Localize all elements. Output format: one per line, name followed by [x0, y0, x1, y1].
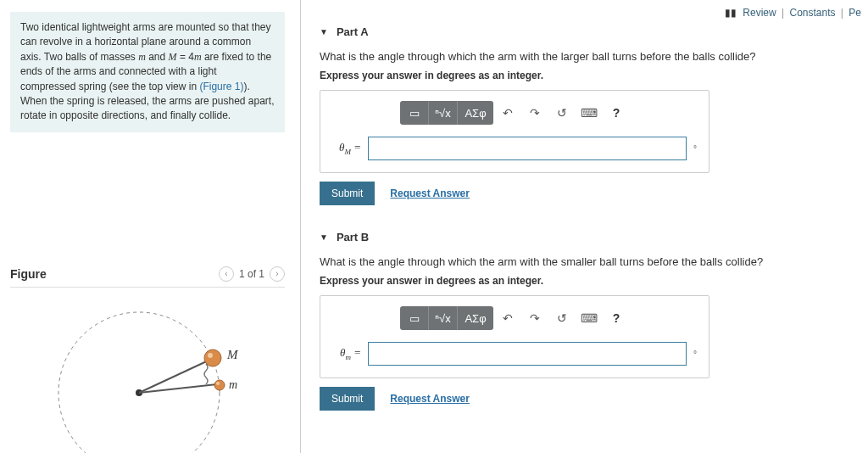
part-a-answer-box: ▭ ⁿ√x ΑΣφ ↶ ↷ ↺ ⌨ ? θM = ° [320, 90, 709, 173]
undo-button-b[interactable]: ↶ [495, 306, 520, 330]
bookmark-icon[interactable]: ▮▮ [725, 7, 737, 19]
part-b-toolbar: ▭ ⁿ√x ΑΣφ ↶ ↷ ↺ ⌨ ? [332, 306, 697, 330]
part-b-answer-box: ▭ ⁿ√x ΑΣφ ↶ ↷ ↺ ⌨ ? θm = ° [320, 295, 709, 378]
part-b-request-answer-link[interactable]: Request Answer [390, 393, 470, 405]
part-a-question: What is the angle through which the arm … [320, 50, 851, 63]
greek-button-b[interactable]: ΑΣφ [458, 306, 493, 330]
svg-line-3 [139, 384, 218, 393]
redo-button[interactable]: ↷ [522, 101, 548, 125]
svg-point-4 [204, 350, 221, 366]
part-a-toolbar: ▭ ⁿ√x ΑΣφ ↶ ↷ ↺ ⌨ ? [332, 101, 697, 125]
svg-point-6 [214, 380, 225, 390]
part-a-instruction: Express your answer in degrees as an int… [320, 70, 851, 81]
undo-button[interactable]: ↶ [495, 101, 520, 125]
part-b-caret-icon[interactable]: ▼ [320, 232, 328, 242]
constants-link[interactable]: Constants [789, 7, 835, 19]
var-m: m [138, 51, 146, 63]
part-b-submit-button[interactable]: Submit [320, 387, 375, 411]
figure-title: Figure [10, 267, 47, 281]
figure-next-button[interactable]: › [270, 266, 285, 282]
part-b-unit: ° [693, 350, 697, 359]
xroot-button-b[interactable]: ⁿ√x [429, 306, 458, 330]
var-big-m: M [169, 51, 177, 63]
figure-label-big-m: M [226, 348, 239, 361]
part-a-unit: ° [693, 144, 697, 154]
problem-and: and [146, 51, 169, 63]
figure-link[interactable]: (Figure 1) [199, 81, 243, 92]
part-a-request-answer-link[interactable]: Request Answer [390, 187, 470, 199]
figure-diagram: M m [10, 299, 285, 453]
templates-button-b[interactable]: ▭ [400, 306, 429, 330]
part-b-var-label: θm = [332, 346, 361, 361]
svg-point-5 [208, 353, 213, 358]
figure-label-small-m: m [229, 378, 237, 391]
keyboard-button[interactable]: ⌨ [576, 101, 602, 125]
greek-button[interactable]: ΑΣφ [458, 101, 493, 125]
part-a: ▼ Part A What is the angle through which… [320, 25, 851, 205]
part-b-label: Part B [337, 231, 369, 243]
var-m2: m [194, 51, 202, 63]
help-button-b[interactable]: ? [604, 306, 629, 330]
svg-line-2 [139, 359, 212, 393]
templates-button[interactable]: ▭ [400, 101, 429, 125]
part-a-input[interactable] [368, 137, 687, 160]
problem-statement: Two identical lightweight arms are mount… [10, 12, 285, 132]
part-a-submit-button[interactable]: Submit [320, 182, 375, 205]
figure-prev-button[interactable]: ‹ [219, 266, 234, 282]
problem-eq: = 4 [177, 51, 194, 63]
reset-button[interactable]: ↺ [549, 101, 575, 125]
part-a-label: Part A [337, 25, 369, 38]
top-links: ▮▮ Review | Constants | Pe [725, 7, 861, 19]
keyboard-button-b[interactable]: ⌨ [576, 306, 602, 330]
part-b-input[interactable] [368, 342, 687, 366]
svg-point-0 [58, 312, 220, 453]
reset-button-b[interactable]: ↺ [549, 306, 575, 330]
part-a-var-label: θM = [332, 141, 361, 156]
svg-point-7 [216, 382, 220, 385]
figure-pager-label: 1 of 1 [239, 268, 264, 280]
review-link[interactable]: Review [743, 7, 776, 19]
help-button[interactable]: ? [604, 101, 629, 125]
xroot-button[interactable]: ⁿ√x [429, 101, 458, 125]
part-b-instruction: Express your answer in degrees as an int… [320, 275, 851, 287]
part-b-question: What is the angle through which the arm … [320, 255, 851, 268]
periodic-link[interactable]: Pe [849, 7, 861, 19]
part-a-caret-icon[interactable]: ▼ [320, 27, 328, 36]
part-b: ▼ Part B What is the angle through which… [320, 231, 851, 411]
figure-pager: ‹ 1 of 1 › [219, 266, 285, 282]
redo-button-b[interactable]: ↷ [522, 306, 548, 330]
